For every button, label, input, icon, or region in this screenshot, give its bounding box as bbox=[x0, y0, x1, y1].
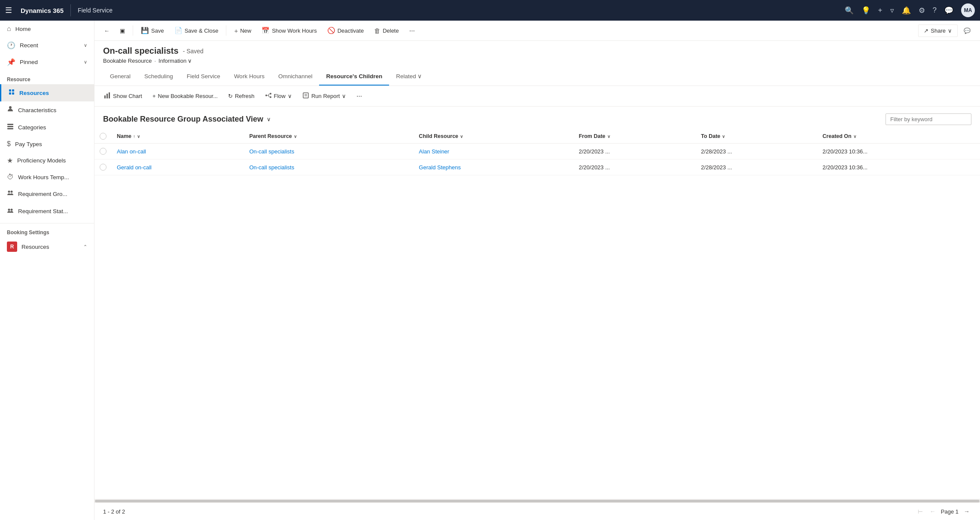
sub-more-button[interactable]: ⋯ bbox=[352, 90, 366, 102]
run-report-button[interactable]: Run Report ∨ bbox=[298, 89, 350, 103]
breadcrumb-separator: · bbox=[154, 58, 156, 64]
col-parent-sort-dropdown[interactable]: ∨ bbox=[294, 134, 297, 139]
tab-related[interactable]: Related ∨ bbox=[389, 67, 429, 86]
view-dropdown-icon[interactable]: ∨ bbox=[267, 116, 271, 122]
sidebar-item-pinned[interactable]: 📌 Pinned ∨ bbox=[0, 54, 94, 70]
row1-created-on-cell: 2/20/2023 10:36... bbox=[817, 144, 980, 159]
filter-input[interactable] bbox=[886, 113, 971, 125]
show-chart-button[interactable]: Show Chart bbox=[100, 89, 146, 103]
bottom-resources-initial: R bbox=[7, 242, 17, 252]
share-label: Share bbox=[931, 28, 946, 34]
prev-page-button[interactable]: ← bbox=[928, 507, 937, 516]
sidebar-item-pay-types[interactable]: $ Pay Types bbox=[0, 136, 94, 152]
sidebar-item-pinned-label: Pinned bbox=[20, 59, 38, 65]
tab-general[interactable]: General bbox=[103, 68, 137, 86]
delete-button[interactable]: 🗑 Delete bbox=[370, 24, 403, 37]
save-close-button[interactable]: 📄 Save & Close bbox=[170, 24, 223, 37]
add-icon[interactable]: + bbox=[878, 6, 883, 15]
select-all-checkbox[interactable] bbox=[100, 133, 107, 140]
col-from-sort-dropdown[interactable]: ∨ bbox=[607, 134, 610, 139]
next-page-button[interactable]: → bbox=[962, 507, 971, 516]
col-name-header[interactable]: Name ↑ ∨ bbox=[112, 129, 244, 144]
svg-point-4 bbox=[9, 106, 12, 109]
refresh-button[interactable]: ↻ Refresh bbox=[224, 90, 259, 102]
tab-scheduling[interactable]: Scheduling bbox=[137, 68, 180, 86]
share-dropdown-icon: ∨ bbox=[948, 28, 952, 34]
row2-parent-link[interactable]: On-call specialists bbox=[249, 164, 294, 171]
search-icon[interactable]: 🔍 bbox=[845, 6, 854, 15]
sidebar-item-requirement-stat[interactable]: Requirement Stat... bbox=[0, 202, 94, 220]
sidebar-item-work-hours-templ[interactable]: ⏱ Work Hours Temp... bbox=[0, 169, 94, 185]
row2-from-date-cell: 2/20/2023 ... bbox=[574, 159, 696, 175]
save-button[interactable]: 💾 Save bbox=[137, 24, 168, 37]
scroll-thumb[interactable] bbox=[95, 500, 980, 502]
chat-panel-button[interactable]: 💬 bbox=[959, 25, 975, 37]
row1-child-link[interactable]: Alan Steiner bbox=[419, 148, 449, 155]
sidebar-bottom-resources[interactable]: R Resources ⌃ bbox=[0, 237, 94, 256]
row2-child-link[interactable]: Gerald Stephens bbox=[419, 164, 461, 171]
svg-point-17 bbox=[270, 96, 271, 98]
show-work-hours-button[interactable]: 📅 Show Work Hours bbox=[257, 24, 321, 37]
col-parent-resource-header[interactable]: Parent Resource ∨ bbox=[244, 129, 414, 144]
sidebar-item-home[interactable]: ⌂ Home bbox=[0, 21, 94, 37]
lightbulb-icon[interactable]: 💡 bbox=[861, 6, 870, 15]
resource-section-header: Resource bbox=[0, 70, 94, 84]
sidebar-item-resources[interactable]: Resources bbox=[0, 84, 94, 101]
sidebar-item-proficiency-models[interactable]: ★ Proficiency Models bbox=[0, 152, 94, 169]
sidebar-item-characteristics[interactable]: Characteristics bbox=[0, 101, 94, 119]
save-icon: 💾 bbox=[141, 27, 149, 34]
row2-name-link[interactable]: Gerald on-call bbox=[117, 164, 152, 171]
row1-parent-link[interactable]: On-call specialists bbox=[249, 148, 294, 155]
col-to-date-header[interactable]: To Date ∨ bbox=[696, 129, 817, 144]
col-child-sort-dropdown[interactable]: ∨ bbox=[460, 134, 463, 139]
filter-icon[interactable]: ▿ bbox=[890, 6, 894, 15]
settings-icon[interactable]: ⚙ bbox=[919, 6, 925, 15]
row1-checkbox[interactable] bbox=[100, 148, 107, 155]
save-label: Save bbox=[151, 28, 164, 34]
row1-name-cell: Alan on-call bbox=[112, 144, 244, 159]
new-button[interactable]: + New bbox=[230, 24, 256, 37]
back-button[interactable]: ← bbox=[100, 25, 114, 37]
req-group-icon bbox=[7, 190, 14, 198]
tab-resources-children[interactable]: Resource's Children bbox=[319, 68, 389, 86]
flow-button[interactable]: Flow ∨ bbox=[261, 89, 296, 103]
horizontal-scrollbar[interactable] bbox=[94, 499, 980, 502]
tab-field-service[interactable]: Field Service bbox=[180, 68, 227, 86]
new-label: New bbox=[240, 28, 251, 34]
col-created-sort-dropdown[interactable]: ∨ bbox=[853, 134, 856, 139]
nav-divider bbox=[70, 4, 71, 16]
sidebar-item-categories[interactable]: Categories bbox=[0, 119, 94, 136]
deactivate-button[interactable]: 🚫 Deactivate bbox=[323, 24, 368, 37]
col-name-sort-dropdown[interactable]: ∨ bbox=[137, 134, 140, 139]
col-to-date-label: To Date bbox=[701, 133, 720, 139]
hamburger-menu[interactable]: ☰ bbox=[5, 6, 12, 15]
popout-button[interactable]: ▣ bbox=[116, 25, 129, 37]
svg-rect-2 bbox=[12, 89, 14, 92]
pay-types-icon: $ bbox=[7, 140, 11, 148]
user-avatar[interactable]: MA bbox=[961, 3, 975, 17]
chat-icon[interactable]: 💬 bbox=[944, 6, 953, 15]
more-icon: ⋯ bbox=[409, 28, 415, 34]
sidebar-item-requirement-gro[interactable]: Requirement Gro... bbox=[0, 185, 94, 202]
help-icon[interactable]: ? bbox=[933, 6, 937, 15]
proficiency-icon: ★ bbox=[7, 156, 13, 165]
more-options-button[interactable]: ⋯ bbox=[405, 25, 419, 37]
pagination-bar: 1 - 2 of 2 ⊢ ← Page 1 → bbox=[94, 502, 980, 520]
row2-checkbox[interactable] bbox=[100, 164, 107, 171]
breadcrumb-resource: Bookable Resource bbox=[103, 58, 152, 64]
col-to-sort-dropdown[interactable]: ∨ bbox=[722, 134, 725, 139]
tab-work-hours[interactable]: Work Hours bbox=[227, 68, 271, 86]
record-saved-status: - Saved bbox=[183, 48, 204, 55]
breadcrumb-information-dropdown[interactable]: Information ∨ bbox=[158, 58, 192, 64]
row1-name-link[interactable]: Alan on-call bbox=[117, 148, 146, 155]
new-bookable-button[interactable]: + New Bookable Resour... bbox=[148, 90, 222, 102]
share-button[interactable]: ↗ Share ∨ bbox=[918, 24, 958, 37]
tab-omnichannel[interactable]: Omnichannel bbox=[271, 68, 320, 86]
current-page-label: Page 1 bbox=[941, 508, 959, 515]
bell-icon[interactable]: 🔔 bbox=[902, 6, 911, 15]
col-from-date-header[interactable]: From Date ∨ bbox=[574, 129, 696, 144]
col-created-on-header[interactable]: Created On ∨ bbox=[817, 129, 980, 144]
first-page-button[interactable]: ⊢ bbox=[916, 507, 925, 516]
col-child-resource-header[interactable]: Child Resource ∨ bbox=[414, 129, 573, 144]
sidebar-item-recent[interactable]: 🕐 Recent ∨ bbox=[0, 37, 94, 54]
